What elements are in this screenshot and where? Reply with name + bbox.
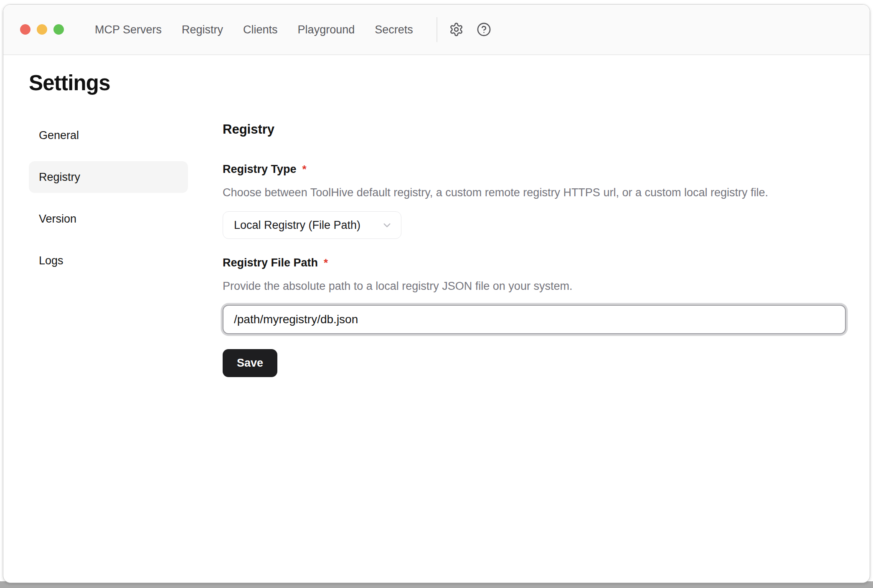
save-button[interactable]: Save <box>223 349 277 377</box>
traffic-lights <box>20 24 64 35</box>
registry-file-path-description: Provide the absolute path to a local reg… <box>223 279 846 293</box>
registry-type-label: Registry Type * <box>223 162 846 176</box>
registry-type-description: Choose between ToolHive default registry… <box>223 185 846 200</box>
sidebar-item-registry[interactable]: Registry <box>29 161 188 193</box>
registry-file-path-input[interactable] <box>223 305 846 334</box>
minimize-window-button[interactable] <box>37 24 47 35</box>
close-window-button[interactable] <box>20 24 30 35</box>
required-asterisk: * <box>302 162 307 175</box>
registry-type-label-text: Registry Type <box>223 162 297 176</box>
sidebar-item-version[interactable]: Version <box>29 203 188 235</box>
settings-layout: General Registry Version Logs Registry R… <box>3 119 870 377</box>
registry-file-path-label-text: Registry File Path <box>223 256 318 270</box>
settings-sidebar: General Registry Version Logs <box>29 119 188 377</box>
required-asterisk: * <box>324 256 328 269</box>
chevron-down-icon <box>381 220 393 231</box>
sidebar-item-general[interactable]: General <box>29 119 188 151</box>
nav-item-clients[interactable]: Clients <box>243 23 278 37</box>
registry-file-path-label: Registry File Path * <box>223 256 846 270</box>
nav-item-secrets[interactable]: Secrets <box>375 23 413 37</box>
registry-type-selected-value: Local Registry (File Path) <box>234 219 360 232</box>
settings-main-panel: Registry Registry Type * Choose between … <box>223 119 846 377</box>
sidebar-item-logs[interactable]: Logs <box>29 245 188 276</box>
page-title: Settings <box>29 70 870 96</box>
nav-item-mcp-servers[interactable]: MCP Servers <box>95 23 162 37</box>
settings-gear-icon[interactable] <box>447 20 466 39</box>
titlebar: MCP Servers Registry Clients Playground … <box>3 5 870 55</box>
nav-item-playground[interactable]: Playground <box>298 23 355 37</box>
section-heading: Registry <box>223 121 846 138</box>
app-window: MCP Servers Registry Clients Playground … <box>3 4 870 583</box>
nav-item-registry[interactable]: Registry <box>182 23 223 37</box>
zoom-window-button[interactable] <box>53 24 64 35</box>
help-icon[interactable] <box>475 20 493 39</box>
registry-type-field: Registry Type * Choose between ToolHive … <box>223 162 846 239</box>
top-navigation: MCP Servers Registry Clients Playground … <box>95 23 413 37</box>
header-divider <box>436 17 437 42</box>
registry-type-select[interactable]: Local Registry (File Path) <box>223 211 401 239</box>
registry-file-path-field: Registry File Path * Provide the absolut… <box>223 256 846 334</box>
